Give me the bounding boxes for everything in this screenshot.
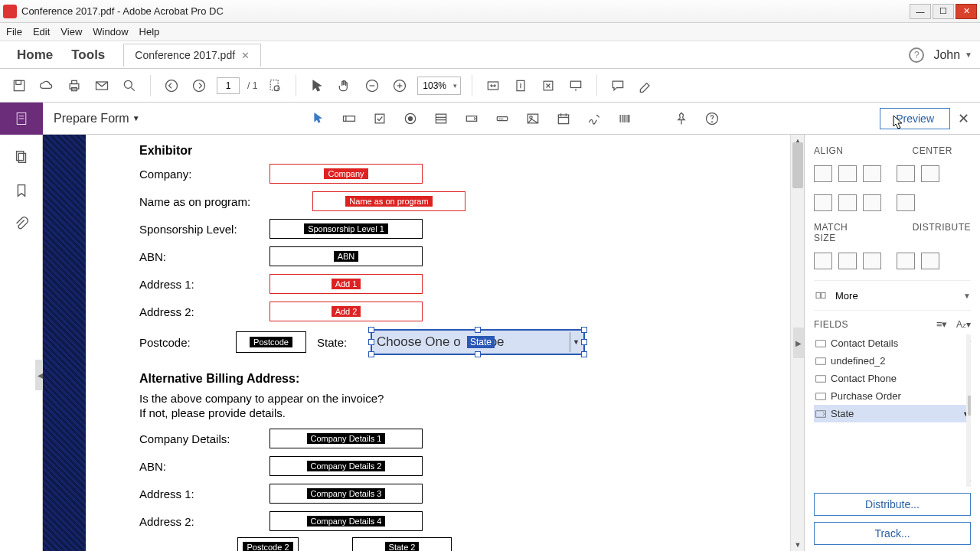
field-cd2[interactable]: Company Details 2 (270, 456, 423, 476)
signature-field-icon[interactable] (584, 109, 604, 129)
resize-handle[interactable] (368, 327, 374, 333)
prev-page-icon[interactable] (162, 76, 181, 96)
center-v-icon[interactable] (921, 165, 939, 182)
form-help-icon[interactable] (702, 109, 722, 129)
zoom-select[interactable]: 103% (417, 77, 461, 95)
align-top-icon[interactable] (814, 194, 832, 211)
fields-scroll-up-icon[interactable]: ▲ (966, 334, 971, 345)
resize-handle[interactable] (475, 351, 481, 357)
field-state2[interactable]: State 2 (352, 537, 452, 551)
field-cd1[interactable]: Company Details 1 (270, 429, 423, 448)
prepare-form-icon[interactable] (0, 103, 43, 135)
button-icon[interactable]: OK (492, 109, 512, 129)
field-cd4[interactable]: Company Details 4 (270, 511, 423, 531)
match-both-icon[interactable] (863, 253, 881, 269)
field-postcode[interactable]: Postcode (236, 331, 306, 353)
fields-scroll-thumb[interactable] (968, 396, 971, 416)
field-addr1[interactable]: Add 1 (270, 274, 423, 294)
resize-handle[interactable] (581, 339, 587, 345)
dropdown-icon[interactable] (462, 109, 482, 129)
center-both-icon[interactable] (897, 194, 915, 211)
close-button[interactable]: ✕ (956, 4, 977, 19)
next-page-icon[interactable] (189, 76, 209, 96)
zoom-in-icon[interactable] (390, 76, 410, 96)
scroll-thumb[interactable] (792, 142, 803, 188)
scroll-down-icon[interactable]: ▼ (791, 539, 804, 551)
checkbox-icon[interactable] (370, 109, 390, 129)
barcode-icon[interactable] (615, 109, 635, 129)
user-menu-caret-icon[interactable]: ▼ (965, 51, 972, 59)
distribute-button[interactable]: Distribute... (814, 493, 971, 516)
page-number-input[interactable] (217, 77, 240, 94)
listbox-icon[interactable] (431, 109, 451, 129)
text-field-icon[interactable] (339, 109, 359, 129)
distribute-v-icon[interactable] (921, 253, 939, 269)
tab-tools[interactable]: Tools (62, 47, 114, 63)
select-arrow-icon[interactable] (309, 109, 328, 129)
menu-edit[interactable]: Edit (33, 26, 50, 37)
save-icon[interactable] (9, 76, 29, 96)
attachments-icon[interactable] (13, 216, 30, 236)
align-middle-icon[interactable] (838, 194, 857, 211)
fields-item[interactable]: Purchase Order (814, 387, 971, 405)
document-tab[interactable]: Conference 2017.pdf ✕ (123, 44, 261, 67)
select-tool-icon[interactable] (307, 76, 327, 96)
close-formbar-icon[interactable]: ✕ (958, 110, 969, 127)
fields-item-selected[interactable]: State▼ (814, 405, 971, 422)
prepare-form-dropdown[interactable]: Prepare Form ▼ (43, 112, 151, 126)
comment-icon[interactable] (608, 76, 628, 96)
resize-handle[interactable] (581, 327, 587, 333)
dropdown-arrow-icon[interactable]: ▼ (570, 332, 582, 352)
read-mode-icon[interactable] (566, 76, 586, 96)
hand-tool-icon[interactable] (335, 76, 354, 96)
pin-icon[interactable] (671, 109, 691, 129)
field-sponsor[interactable]: Sponsorship Level 1 (270, 219, 423, 239)
fields-scroll-down-icon[interactable]: ▼ (966, 476, 971, 487)
menu-window[interactable]: Window (93, 26, 128, 37)
menu-view[interactable]: View (60, 26, 82, 37)
help-icon[interactable]: ? (909, 47, 924, 63)
fields-item[interactable]: undefined_2 (814, 352, 971, 370)
search-icon[interactable] (119, 76, 139, 96)
match-width-icon[interactable] (814, 253, 832, 269)
fit-page-icon[interactable] (511, 76, 531, 96)
maximize-button[interactable]: ☐ (933, 4, 954, 19)
align-left-icon[interactable] (814, 165, 832, 182)
center-h-icon[interactable] (897, 165, 915, 182)
field-state-dropdown[interactable]: Choose One oStatepe ▼ (371, 329, 585, 355)
fields-item[interactable]: Contact Details (814, 334, 971, 352)
find-page-icon[interactable] (265, 76, 285, 96)
menu-help[interactable]: Help (139, 26, 160, 37)
field-addr2[interactable]: Add 2 (270, 302, 423, 321)
cloud-icon[interactable] (37, 76, 57, 96)
preview-button[interactable]: Preview (880, 108, 950, 129)
highlight-icon[interactable] (635, 76, 655, 96)
mail-icon[interactable] (92, 76, 112, 96)
field-program[interactable]: Name as on program (312, 191, 466, 211)
align-bottom-icon[interactable] (863, 194, 881, 211)
more-row[interactable]: More ▼ (814, 280, 971, 311)
resize-handle[interactable] (368, 339, 374, 345)
date-field-icon[interactable] (554, 109, 573, 129)
field-company[interactable]: Company (270, 164, 423, 184)
sort-order-icon[interactable]: ≡▾ (936, 318, 948, 330)
match-height-icon[interactable] (838, 253, 857, 269)
print-icon[interactable] (64, 76, 84, 96)
tab-home[interactable]: Home (8, 47, 62, 63)
radio-icon[interactable] (400, 109, 420, 129)
bookmarks-icon[interactable] (13, 182, 30, 202)
align-center-icon[interactable] (838, 165, 857, 182)
close-tab-icon[interactable]: ✕ (241, 50, 250, 61)
resize-handle[interactable] (475, 327, 481, 333)
distribute-h-icon[interactable] (897, 253, 915, 269)
field-cd3[interactable]: Company Details 3 (270, 484, 423, 504)
resize-handle[interactable] (581, 351, 587, 357)
menu-file[interactable]: File (6, 26, 22, 37)
fields-scrollbar[interactable]: ▲ ▼ (966, 334, 971, 487)
field-abn[interactable]: ABN (270, 246, 423, 266)
image-field-icon[interactable] (523, 109, 543, 129)
fit-visible-icon[interactable] (538, 76, 558, 96)
user-name[interactable]: John (933, 48, 960, 62)
fields-item[interactable]: Contact Phone (814, 370, 971, 387)
sort-alpha-icon[interactable]: AZ▾ (956, 319, 971, 330)
